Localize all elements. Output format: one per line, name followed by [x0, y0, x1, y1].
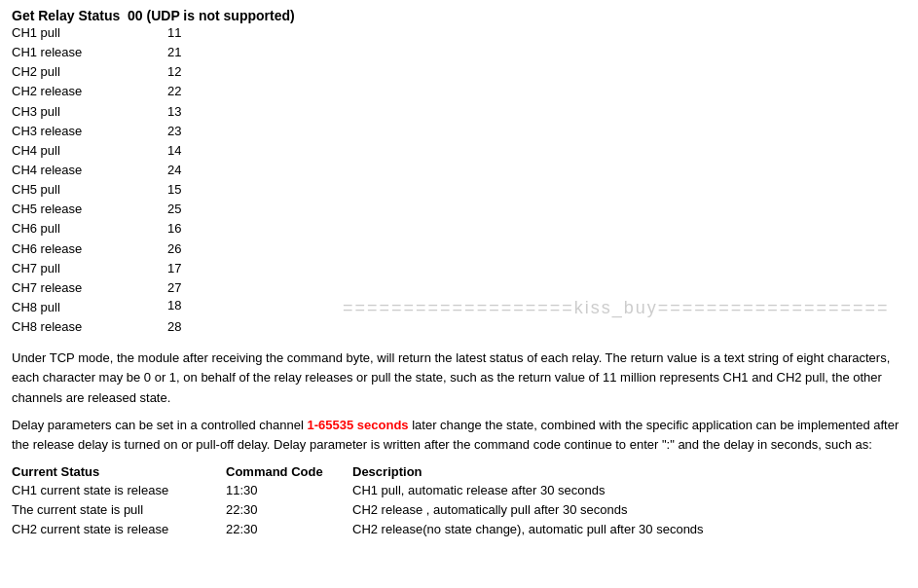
- col-header-code: Command Code: [226, 464, 352, 479]
- col-header-status: Current Status: [12, 464, 226, 479]
- relay-code: 23: [167, 122, 284, 141]
- relay-table: CH1 pull11CH1 release21CH2 pull12CH2 rel…: [12, 23, 906, 337]
- row-code: 22:30: [226, 500, 352, 520]
- table-row: CH2 current state is release 22:30 CH2 r…: [12, 520, 906, 539]
- desc2-highlight: 1-65535 seconds: [308, 418, 409, 432]
- relay-label: CH1 release: [12, 43, 167, 62]
- relay-label: CH2 pull: [12, 62, 167, 82]
- relay-code: 28: [167, 317, 284, 337]
- row-desc: CH2 release , automatically pull after 3…: [352, 500, 906, 520]
- relay-label: CH8 pull: [12, 298, 167, 317]
- relay-code-watermark: 18===================kiss_buy===========…: [167, 298, 206, 317]
- watermark-text: ===================kiss_buy=============…: [343, 298, 889, 318]
- relay-code: 25: [167, 200, 284, 219]
- row-desc: CH2 release(no state change), automatic …: [352, 520, 906, 539]
- relay-code: 24: [167, 161, 284, 180]
- relay-label: CH1 pull: [12, 23, 167, 43]
- relay-label: CH5 release: [12, 200, 167, 219]
- description-block: Under TCP mode, the module after receivi…: [12, 349, 906, 455]
- relay-label: CH3 release: [12, 122, 167, 141]
- relay-code: 27: [167, 278, 284, 298]
- relay-code: 15: [167, 180, 284, 200]
- relay-label: CH6 release: [12, 239, 167, 259]
- row-status: CH1 current state is release: [12, 481, 226, 500]
- relay-label: CH8 release: [12, 317, 167, 337]
- relay-label: CH7 pull: [12, 259, 167, 278]
- description-paragraph-2: Delay parameters can be set in a control…: [12, 416, 906, 455]
- row-desc: CH1 pull, automatic release after 30 sec…: [352, 481, 906, 500]
- col-header-desc: Description: [352, 464, 906, 479]
- relay-label: CH3 pull: [12, 102, 167, 122]
- relay-label: CH4 release: [12, 161, 167, 180]
- bottom-table: Current Status Command Code Description …: [12, 464, 906, 539]
- bottom-table-rows: CH1 current state is release 11:30 CH1 p…: [12, 481, 906, 539]
- row-code: 22:30: [226, 520, 352, 539]
- page-title: Get Relay Status 00 (UDP is not supporte…: [12, 8, 295, 23]
- row-status: CH2 current state is release: [12, 520, 226, 539]
- relay-code: 21: [167, 43, 284, 62]
- description-paragraph-1: Under TCP mode, the module after receivi…: [12, 349, 906, 407]
- relay-code: 13: [167, 102, 284, 122]
- desc2-pre: Delay parameters can be set in a control…: [12, 418, 308, 432]
- relay-label: CH6 pull: [12, 219, 167, 239]
- header: Get Relay Status 00 (UDP is not supporte…: [12, 8, 906, 23]
- relay-code: 26: [167, 239, 284, 259]
- bottom-table-header: Current Status Command Code Description: [12, 464, 906, 479]
- relay-code: 12: [167, 62, 284, 82]
- relay-code: 14: [167, 141, 284, 161]
- relay-label: CH2 release: [12, 82, 167, 101]
- row-code: 11:30: [226, 481, 352, 500]
- relay-code: 22: [167, 82, 284, 101]
- row-status: The current state is pull: [12, 500, 226, 520]
- table-row: The current state is pull 22:30 CH2 rele…: [12, 500, 906, 520]
- relay-label: CH7 release: [12, 278, 167, 298]
- relay-code: 17: [167, 259, 284, 278]
- relay-label: CH4 pull: [12, 141, 167, 161]
- relay-code: 11: [167, 23, 284, 43]
- table-row: CH1 current state is release 11:30 CH1 p…: [12, 481, 906, 500]
- relay-code: 16: [167, 219, 284, 239]
- relay-label: CH5 pull: [12, 180, 167, 200]
